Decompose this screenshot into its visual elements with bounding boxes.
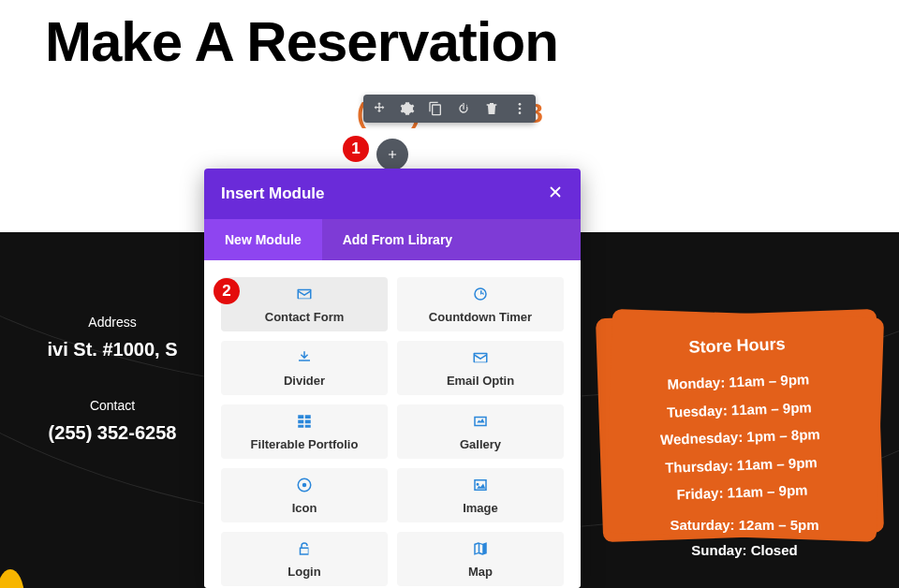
svg-point-0 [519,103,522,106]
module-contact-form[interactable]: Contact Form [221,277,388,331]
hours-line: Thursday: 11am – 9pm [619,451,863,478]
module-login[interactable]: Login [221,532,388,586]
hours-line: Monday: 11am – 9pm [616,368,861,395]
image-icon [472,477,489,497]
module-label: Login [287,565,320,579]
timer-icon [472,286,489,306]
svg-point-4 [302,482,307,487]
address-label: Address [0,315,225,330]
module-gallery[interactable]: Gallery [397,404,564,459]
lock-icon [296,540,313,561]
mail-icon [296,286,313,306]
module-email-optin[interactable]: Email Optin [397,341,564,395]
store-hours-title: Store Hours [615,332,860,360]
hours-line: Wednesday: 1pm – 8pm [618,423,862,450]
module-countdown-timer[interactable]: Countdown Timer [397,277,564,331]
move-icon[interactable] [371,100,388,117]
annotation-marker-1: 1 [343,136,369,162]
tab-add-from-library[interactable]: Add From Library [322,219,473,260]
trash-icon[interactable] [483,100,500,117]
address-value: ivi St. #1000, S [0,339,225,360]
hours-line: Friday: 11am – 9pm [620,478,864,506]
mail-icon [472,349,489,370]
circle-dot-icon [296,477,313,497]
tab-new-module[interactable]: New Module [204,219,322,260]
map-icon [472,540,489,561]
close-icon [547,184,564,200]
module-image[interactable]: Image [397,468,564,522]
hours-line: Saturday: 12am – 5pm [590,517,899,533]
module-label: Map [468,565,493,579]
svg-point-1 [519,108,522,110]
left-info-column: Address ivi St. #1000, S Contact (255) 3… [0,309,225,481]
svg-point-2 [519,111,522,114]
module-label: Email Optin [447,374,514,388]
module-label: Gallery [460,437,501,451]
module-label: Image [463,501,498,515]
module-icon[interactable]: Icon [221,468,388,522]
module-map[interactable]: Map [397,532,564,586]
contact-value: (255) 352-6258 [0,422,225,444]
modal-tabs: New Module Add From Library [204,219,581,260]
module-label: Divider [284,374,325,388]
module-divider[interactable]: Divider [221,341,388,395]
plus-icon [386,148,399,161]
module-label: Countdown Timer [429,310,532,324]
page-title: Make A Reservation [0,0,899,74]
grid-icon [296,413,313,434]
store-hours-overflow: Saturday: 12am – 5pm Sunday: Closed [590,517,899,567]
duplicate-icon[interactable] [427,100,444,117]
gear-icon[interactable] [399,100,416,117]
contact-label: Contact [0,398,225,413]
power-icon[interactable] [455,100,472,117]
hours-line: Tuesday: 11am – 9pm [617,396,862,423]
more-icon[interactable] [511,100,528,117]
module-label: Icon [292,501,317,515]
modal-title: Insert Module [221,184,325,203]
module-toolbar [363,95,536,123]
module-grid: Contact FormCountdown TimerDividerEmail … [221,277,564,586]
store-hours-card: Store Hours Monday: 11am – 9pm Tuesday: … [596,309,884,542]
module-filterable-portfolio[interactable]: Filterable Portfolio [221,404,388,459]
modal-body: Contact FormCountdown TimerDividerEmail … [204,260,581,588]
gallery-icon [472,413,489,434]
add-module-button[interactable] [376,139,408,170]
modal-header: Insert Module [204,169,581,219]
insert-module-modal: Insert Module New Module Add From Librar… [204,169,581,588]
hours-line: Sunday: Closed [590,542,899,558]
divider-icon [296,349,313,370]
close-button[interactable] [547,184,564,204]
annotation-marker-2: 2 [214,278,240,304]
module-label: Filterable Portfolio [251,437,359,451]
module-label: Contact Form [265,310,345,324]
